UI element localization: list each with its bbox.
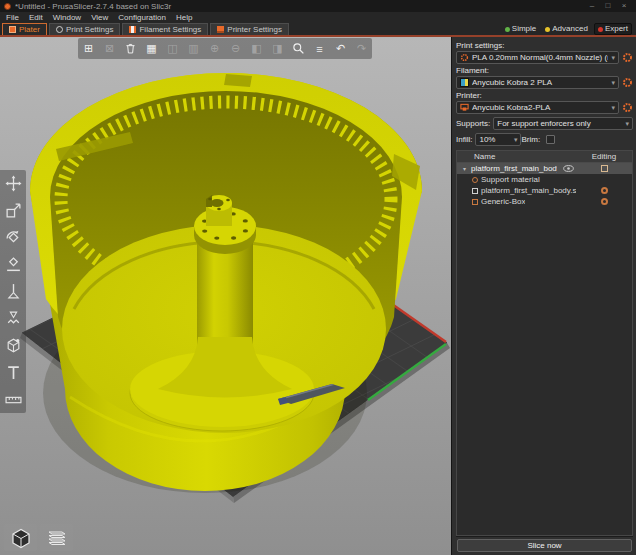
gear-icon (622, 102, 633, 113)
scale-tool-button[interactable] (0, 197, 26, 224)
trash-icon (124, 42, 137, 55)
left-toolbar (0, 170, 26, 413)
object-name: Support material (481, 175, 540, 184)
search-button[interactable] (288, 38, 309, 59)
split-parts-button[interactable]: ◨ (267, 38, 288, 59)
edit-printer-button[interactable] (621, 102, 633, 114)
close-button[interactable]: × (616, 0, 632, 12)
emboss-text-tool-button[interactable] (0, 359, 26, 386)
mode-simple-button[interactable]: Simple (502, 24, 539, 34)
redo-button[interactable]: ↷ (351, 38, 372, 59)
eye-icon[interactable] (563, 165, 574, 172)
print-settings-select[interactable]: PLA 0.20mm Normal(0.4mm Nozzle) (modifie… (456, 51, 619, 64)
print-settings-label: Print settings: (456, 41, 633, 50)
tab-print-settings[interactable]: Print Settings (49, 23, 121, 35)
gear-icon (622, 52, 633, 63)
tab-plater[interactable]: Plater (2, 23, 47, 35)
undo-button[interactable]: ↶ (330, 38, 351, 59)
chevron-down-icon: ▾ (611, 104, 615, 112)
top-toolbar: ⊞ ⊠ ▦ ◫ ▥ ⊕ ⊖ ◧ ◨ ≡ ↶ ↷ (78, 38, 372, 59)
move-icon (5, 175, 22, 192)
infill-select[interactable]: 10% ▾ (475, 133, 521, 146)
mode-advanced-label: Advanced (552, 24, 588, 34)
tab-plater-label: Plater (19, 25, 40, 34)
menu-edit[interactable]: Edit (24, 12, 48, 23)
infill-label: Infill: (456, 135, 472, 144)
place-on-face-tool-button[interactable] (0, 251, 26, 278)
object-row-main-body-volume[interactable]: platform_first_main_body.stl (457, 185, 632, 196)
menu-help[interactable]: Help (171, 12, 197, 23)
paint-supports-tool-button[interactable] (0, 305, 26, 332)
seam-painting-tool-button[interactable] (0, 332, 26, 359)
add-instance-button[interactable]: ⊕ (204, 38, 225, 59)
collapse-caret-icon[interactable]: ▾ (461, 165, 468, 172)
move-tool-button[interactable] (0, 170, 26, 197)
chevron-down-icon: ▾ (625, 120, 629, 128)
rim-notch-top (224, 74, 252, 87)
object-row-generic-box[interactable]: Generic-Box (457, 196, 632, 207)
measure-tool-button[interactable] (0, 386, 26, 413)
mode-expert-button[interactable]: Expert (594, 23, 632, 35)
3d-viewport[interactable]: ⊞ ⊠ ▦ ◫ ▥ ⊕ ⊖ ◧ ◨ ≡ ↶ ↷ (0, 37, 451, 555)
maximize-button[interactable]: □ (600, 0, 616, 12)
text-tool-icon (5, 364, 22, 381)
add-object-button[interactable]: ⊞ (78, 38, 99, 59)
measure-icon (5, 391, 22, 408)
cut-icon (5, 283, 22, 300)
remove-instance-button[interactable]: ⊖ (225, 38, 246, 59)
variable-layer-height-button[interactable]: ≡ (309, 38, 330, 59)
object-name: Generic-Box (481, 197, 525, 206)
gear-icon (460, 53, 469, 62)
copy-button[interactable]: ◫ (162, 38, 183, 59)
menu-window[interactable]: Window (48, 12, 86, 23)
window-title: *Untitled - PrusaSlicer-2.7.4 based on S… (15, 2, 584, 11)
settings-gear-icon[interactable] (601, 198, 608, 205)
model-platform-first-main-body[interactable] (30, 73, 422, 491)
expert-mode-dot-icon (598, 27, 603, 32)
tab-printer-settings-label: Printer Settings (227, 25, 282, 34)
menu-configuration[interactable]: Configuration (113, 12, 171, 23)
printer-select[interactable]: Anycubic Kobra2-PLA ▾ (456, 101, 619, 114)
undo-icon: ↶ (336, 42, 345, 55)
tab-printer-settings[interactable]: Printer Settings (210, 23, 289, 35)
delete-button[interactable]: ⊠ (99, 38, 120, 59)
brim-checkbox[interactable] (546, 135, 555, 144)
rotate-icon (5, 229, 22, 246)
menu-view[interactable]: View (86, 12, 113, 23)
delete-icon: ⊠ (105, 42, 114, 55)
right-settings-panel: Print settings: PLA 0.20mm Normal(0.4mm … (451, 37, 636, 555)
arrange-button[interactable]: ▦ (141, 38, 162, 59)
edit-filament-button[interactable] (621, 77, 633, 89)
split-objects-button[interactable]: ◧ (246, 38, 267, 59)
editing-toggle-icon[interactable] (601, 165, 608, 172)
cut-tool-button[interactable] (0, 278, 26, 305)
rotate-tool-button[interactable] (0, 224, 26, 251)
mode-advanced-button[interactable]: Advanced (542, 24, 591, 34)
mode-expert-label: Expert (605, 24, 628, 34)
tab-filament-settings[interactable]: Filament Settings (122, 23, 208, 35)
settings-gear-icon[interactable] (601, 187, 608, 194)
supports-select[interactable]: For support enforcers only ▾ (493, 117, 633, 130)
edit-print-settings-button[interactable] (621, 52, 633, 64)
filament-select[interactable]: Anycubic Kobra 2 PLA ▾ (456, 76, 619, 89)
editing-column-header: Editing (576, 152, 632, 161)
brim-label: Brim: (521, 135, 540, 144)
object-row-main-body[interactable]: ▾ platform_first_main_body.stl (457, 163, 632, 174)
slice-now-button[interactable]: Slice now (457, 539, 632, 552)
object-list-header: Name Editing (457, 151, 632, 163)
object-list-empty-area (457, 207, 632, 535)
printer-icon (217, 26, 224, 33)
delete-all-button[interactable] (120, 38, 141, 59)
paste-button[interactable]: ▥ (183, 38, 204, 59)
object-row-support-material[interactable]: Support material (457, 174, 632, 185)
preview-view-button[interactable] (40, 524, 73, 551)
printer-label: Printer: (456, 91, 633, 100)
menu-file[interactable]: File (1, 12, 24, 23)
minimize-button[interactable]: – (584, 0, 600, 12)
gear-icon (56, 26, 63, 33)
object-name: platform_first_main_body.stl (471, 164, 557, 173)
editor-view-button[interactable] (4, 524, 37, 551)
add-icon: ⊞ (84, 42, 93, 55)
remove-instance-icon: ⊖ (231, 42, 240, 55)
printer-icon (460, 103, 469, 112)
